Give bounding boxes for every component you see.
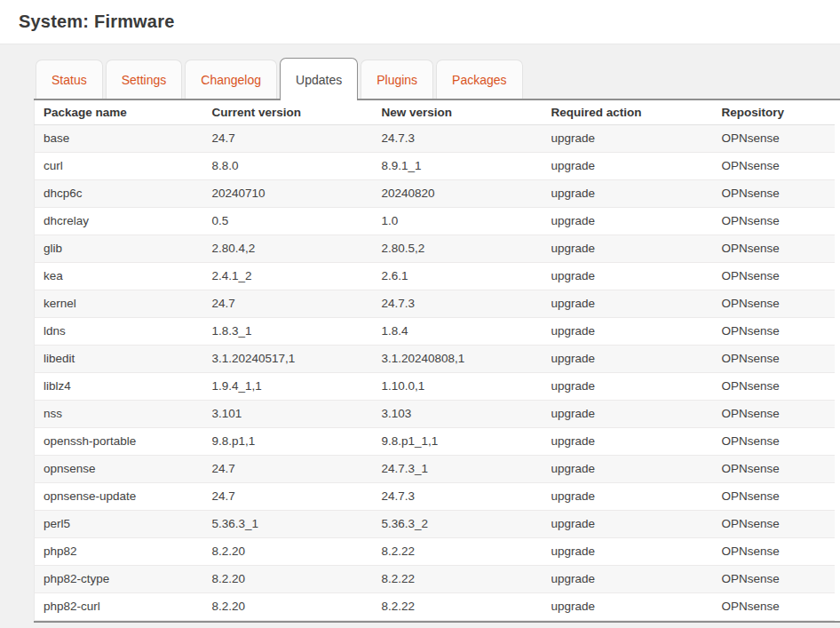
cell-repository: OPNsense xyxy=(713,510,835,537)
table-row-php82-ctype: php82-ctype8.2.208.2.22upgradeOPNsense xyxy=(35,565,835,592)
cell-new-version: 8.2.22 xyxy=(373,592,543,620)
cell-repository: OPNsense xyxy=(713,482,835,510)
table-row-liblz4: liblz41.9.4_1,11.10.0,1upgradeOPNsense xyxy=(35,372,835,400)
cell-repository: OPNsense xyxy=(713,400,835,427)
cell-current-version: 24.7 xyxy=(203,455,373,482)
tab-status[interactable]: Status xyxy=(36,60,103,99)
tab-content-panel: Package nameCurrent versionNew versionRe… xyxy=(34,99,840,623)
column-header-package-name: Package name xyxy=(35,100,203,124)
table-row-kea: kea2.4.1_22.6.1upgradeOPNsense xyxy=(35,262,835,290)
tab-updates[interactable]: Updates xyxy=(280,58,358,100)
cell-required-action: upgrade xyxy=(543,262,713,290)
cell-repository: OPNsense xyxy=(713,262,835,290)
cell-current-version: 2.80.4,2 xyxy=(203,235,373,262)
content-area: StatusSettingsChangelogUpdatesPluginsPac… xyxy=(34,44,840,623)
cell-required-action: upgrade xyxy=(543,179,713,207)
cell-package-name: liblz4 xyxy=(35,372,203,400)
cell-required-action: upgrade xyxy=(543,290,713,317)
cell-repository: OPNsense xyxy=(713,455,835,482)
cell-new-version: 8.2.22 xyxy=(373,565,543,592)
cell-current-version: 24.7 xyxy=(203,290,373,317)
cell-current-version: 8.2.20 xyxy=(203,565,373,592)
table-row-php82-curl: php82-curl8.2.208.2.22upgradeOPNsense xyxy=(35,592,835,620)
cell-required-action: upgrade xyxy=(543,565,713,592)
cell-repository: OPNsense xyxy=(713,179,835,207)
column-header-current-version: Current version xyxy=(203,100,373,124)
cell-current-version: 3.1.20240517,1 xyxy=(203,345,373,372)
cell-new-version: 5.36.3_2 xyxy=(373,510,543,537)
table-row-opnsense: opnsense24.724.7.3_1upgradeOPNsense xyxy=(35,455,835,482)
cell-required-action: upgrade xyxy=(543,317,713,345)
cell-required-action: upgrade xyxy=(543,482,713,510)
cell-required-action: upgrade xyxy=(543,207,713,235)
updates-table: Package nameCurrent versionNew versionRe… xyxy=(34,100,835,621)
cell-new-version: 24.7.3 xyxy=(373,482,543,510)
table-header-row: Package nameCurrent versionNew versionRe… xyxy=(35,100,835,124)
column-header-new-version: New version xyxy=(373,100,543,124)
cell-package-name: opnsense-update xyxy=(35,482,203,510)
cell-package-name: kea xyxy=(35,262,203,290)
cell-new-version: 3.103 xyxy=(373,400,543,427)
table-row-dhcrelay: dhcrelay0.51.0upgradeOPNsense xyxy=(35,207,835,235)
cell-required-action: upgrade xyxy=(543,400,713,427)
cell-repository: OPNsense xyxy=(713,290,835,317)
table-row-ldns: ldns1.8.3_11.8.4upgradeOPNsense xyxy=(35,317,835,345)
tab-plugins[interactable]: Plugins xyxy=(361,60,433,99)
cell-new-version: 2.80.5,2 xyxy=(373,235,543,262)
cell-package-name: ldns xyxy=(35,317,203,345)
table-row-openssh-portable: openssh-portable9.8.p1,19.8.p1_1,1upgrad… xyxy=(35,427,835,455)
cell-repository: OPNsense xyxy=(713,372,835,400)
cell-current-version: 8.8.0 xyxy=(203,152,373,179)
cell-current-version: 8.2.20 xyxy=(203,592,373,620)
cell-package-name: openssh-portable xyxy=(35,427,203,455)
cell-required-action: upgrade xyxy=(543,124,713,152)
cell-package-name: php82-ctype xyxy=(35,565,203,592)
cell-new-version: 1.8.4 xyxy=(373,317,543,345)
cell-required-action: upgrade xyxy=(543,427,713,455)
cell-package-name: perl5 xyxy=(35,510,203,537)
cell-repository: OPNsense xyxy=(713,592,835,620)
cell-repository: OPNsense xyxy=(713,345,835,372)
table-row-php82: php828.2.208.2.22upgradeOPNsense xyxy=(35,537,835,565)
tab-bar: StatusSettingsChangelogUpdatesPluginsPac… xyxy=(34,58,840,99)
tab-settings[interactable]: Settings xyxy=(106,60,183,99)
cell-new-version: 24.7.3_1 xyxy=(373,455,543,482)
cell-repository: OPNsense xyxy=(713,537,835,565)
cell-new-version: 24.7.3 xyxy=(373,290,543,317)
cell-repository: OPNsense xyxy=(713,427,835,455)
cell-package-name: libedit xyxy=(35,345,203,372)
cell-current-version: 2.4.1_2 xyxy=(203,262,373,290)
column-header-repository: Repository xyxy=(713,100,835,124)
table-row-curl: curl8.8.08.9.1_1upgradeOPNsense xyxy=(35,152,835,179)
cell-package-name: dhcp6c xyxy=(35,179,203,207)
table-row-glib: glib2.80.4,22.80.5,2upgradeOPNsense xyxy=(35,235,835,262)
cell-current-version: 24.7 xyxy=(203,482,373,510)
cell-package-name: nss xyxy=(35,400,203,427)
cell-new-version: 20240820 xyxy=(373,179,543,207)
table-row-nss: nss3.1013.103upgradeOPNsense xyxy=(35,400,835,427)
cell-current-version: 8.2.20 xyxy=(203,537,373,565)
cell-package-name: opnsense xyxy=(35,455,203,482)
cell-required-action: upgrade xyxy=(543,345,713,372)
cell-repository: OPNsense xyxy=(713,124,835,152)
table-row-perl5: perl55.36.3_15.36.3_2upgradeOPNsense xyxy=(35,510,835,537)
table-row-opnsense-update: opnsense-update24.724.7.3upgradeOPNsense xyxy=(35,482,835,510)
cell-package-name: curl xyxy=(35,152,203,179)
cell-required-action: upgrade xyxy=(543,152,713,179)
cell-new-version: 9.8.p1_1,1 xyxy=(373,427,543,455)
cell-new-version: 24.7.3 xyxy=(373,124,543,152)
cell-package-name: php82-curl xyxy=(35,592,203,620)
tab-packages[interactable]: Packages xyxy=(436,60,522,99)
cell-required-action: upgrade xyxy=(543,592,713,620)
cell-required-action: upgrade xyxy=(543,537,713,565)
cell-current-version: 3.101 xyxy=(203,400,373,427)
cell-package-name: glib xyxy=(35,235,203,262)
cell-new-version: 1.10.0,1 xyxy=(373,372,543,400)
cell-required-action: upgrade xyxy=(543,510,713,537)
cell-required-action: upgrade xyxy=(543,235,713,262)
tab-changelog[interactable]: Changelog xyxy=(185,60,277,99)
table-row-base: base24.724.7.3upgradeOPNsense xyxy=(35,124,835,152)
cell-current-version: 9.8.p1,1 xyxy=(203,427,373,455)
cell-new-version: 8.9.1_1 xyxy=(373,152,543,179)
cell-current-version: 5.36.3_1 xyxy=(203,510,373,537)
